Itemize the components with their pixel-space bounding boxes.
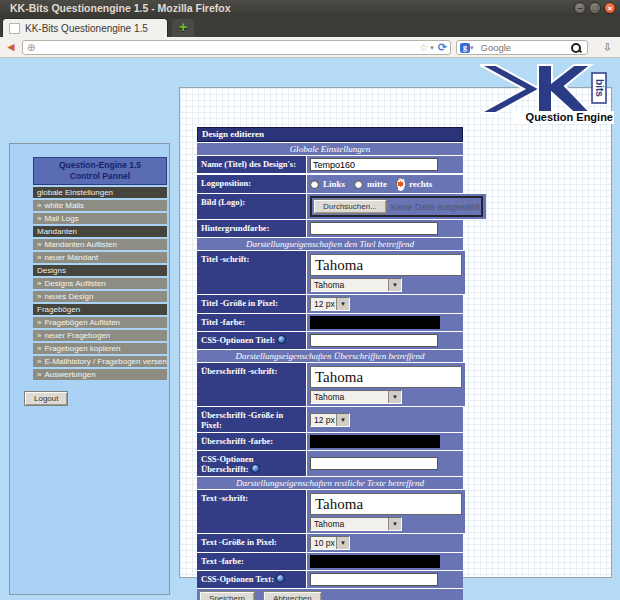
file-input[interactable]: Durchsuchen... Keine Datei ausgewählt	[310, 196, 483, 217]
title-color-swatch[interactable]	[310, 316, 440, 329]
radio-links-label: Links	[323, 179, 345, 189]
form-title: Design editieren	[197, 127, 463, 142]
text-font-label: Text -schrift:	[197, 490, 306, 533]
row-logo-image: Bild (Logo): Durchsuchen... Keine Datei …	[197, 194, 463, 219]
search-engine-dropdown-icon[interactable]: ▾	[470, 44, 474, 52]
row-text-css: CSS-Optionen Text:	[197, 571, 463, 588]
sidebar-section-globale-einstellungen[interactable]: globale Einstellungen	[33, 187, 167, 198]
title-font-select[interactable]: Tahoma ▼	[310, 278, 402, 292]
heading-color-swatch[interactable]	[310, 435, 440, 448]
sidebar-item-mandanten-auflisten[interactable]: »Mandanten Auflisten	[33, 239, 167, 250]
sidebar-section-mandanten[interactable]: Mandanten	[33, 226, 167, 237]
control-panel-sidebar: Question-Engine 1.5 Control Pannel globa…	[9, 143, 170, 595]
row-heading-color: Überschrifft -farbe:	[197, 433, 463, 450]
row-heading-font: Überschrifft -schrift: Tahoma Tahoma ▼	[197, 363, 463, 406]
heading-size-select[interactable]: 12 px ▼	[310, 413, 350, 427]
heading-font-select[interactable]: Tahoma ▼	[310, 390, 402, 404]
text-css-input[interactable]	[310, 573, 438, 586]
title-size-label: Titel -Größe in Pixel:	[197, 295, 306, 313]
minimize-button[interactable]: −	[574, 2, 586, 14]
radio-mitte-label: mitte	[367, 179, 387, 189]
text-font-preview: Tahoma	[310, 493, 462, 515]
design-name-input[interactable]	[310, 158, 438, 171]
design-name-label: Name (Titel) des Design's:	[197, 156, 306, 173]
select-arrow-icon[interactable]: ▼	[388, 391, 401, 403]
sidebar-item-emailhistory-versenden[interactable]: »E-Mailhistory / Fragebogen versenden	[33, 356, 167, 367]
help-globe-icon[interactable]	[276, 574, 285, 583]
site-globe-icon: ⊕	[27, 41, 35, 54]
search-icon[interactable]	[571, 43, 581, 53]
sidebar-header: Question-Engine 1.5 Control Pannel	[33, 157, 167, 185]
section-global-settings: Globale Einstellungen	[197, 143, 463, 155]
new-tab-button[interactable]: +	[172, 19, 194, 37]
title-css-input[interactable]	[310, 334, 438, 347]
download-arrow-icon[interactable]: ⇩	[603, 41, 612, 54]
tab-questionengine[interactable]: KK-Bits Questionengine 1.5	[2, 18, 168, 37]
heading-css-label: CSS-Optionen Überschrifft:	[197, 451, 306, 476]
logo-image-label: Bild (Logo):	[197, 194, 306, 219]
form-buttons: Speichern Abbrechen	[197, 589, 463, 600]
save-button[interactable]: Speichern	[199, 591, 255, 600]
maximize-button[interactable]: □	[589, 2, 601, 14]
bookmark-star-icon[interactable]: ☆	[419, 42, 428, 53]
heading-css-input[interactable]	[310, 457, 438, 470]
text-size-select[interactable]: 10 px ▼	[310, 536, 350, 550]
back-button-icon[interactable]: ◄	[5, 40, 17, 55]
logo-k1-shape	[480, 65, 540, 113]
text-color-label: Text -farbe:	[197, 553, 306, 570]
sidebar-section-designs[interactable]: Designs	[33, 265, 167, 276]
navigation-toolbar: ◄ ⊕ ☆ ▾ ⟳ g ▾ ⇩	[0, 37, 620, 58]
select-arrow-icon[interactable]: ▼	[336, 537, 349, 549]
firefox-window: KK-Bits Questionengine 1.5 - Mozilla Fir…	[0, 0, 620, 600]
tab-bar: KK-Bits Questionengine 1.5 +	[0, 17, 620, 37]
logo-k2-shape	[538, 65, 591, 113]
sidebar-item-neuer-mandant[interactable]: »neuer Mandant	[33, 252, 167, 263]
kkbits-logo: bits Question Engine	[478, 60, 614, 128]
sidebar-section-frageboegen[interactable]: Fragebögen	[33, 304, 167, 315]
text-font-select[interactable]: Tahoma ▼	[310, 517, 402, 531]
sidebar-item-auswertungen[interactable]: »Auswertungen	[33, 369, 167, 380]
radio-links[interactable]	[310, 180, 319, 189]
text-color-swatch[interactable]	[310, 555, 440, 568]
sidebar-item-designs-auflisten[interactable]: »Designs Auflisten	[33, 278, 167, 289]
url-bar[interactable]: ⊕ ☆ ▾ ⟳	[22, 40, 451, 55]
heading-font-label: Überschrifft -schrift:	[197, 363, 306, 406]
sidebar-item-fragebogen-kopieren[interactable]: »Fragebogen kopieren	[33, 343, 167, 354]
search-input[interactable]	[478, 42, 571, 54]
background-color-input[interactable]	[310, 222, 438, 235]
title-css-label: CSS-Optionen Titel:	[197, 332, 306, 349]
design-edit-form: Design editieren Globale Einstellungen N…	[197, 127, 463, 600]
heading-color-label: Überschrifft -farbe:	[197, 433, 306, 450]
select-arrow-icon[interactable]: ▼	[336, 414, 349, 426]
no-file-text: Keine Datei ausgewählt	[391, 202, 480, 212]
select-arrow-icon[interactable]: ▼	[388, 279, 401, 291]
search-bar[interactable]: g ▾	[456, 40, 588, 55]
row-text-size: Text -Größe in Pixel: 10 px ▼	[197, 534, 463, 552]
help-globe-icon[interactable]	[277, 335, 286, 344]
reload-icon[interactable]: ⟳	[438, 41, 447, 54]
row-text-color: Text -farbe:	[197, 553, 463, 570]
heading-size-label: Überschrifft -Größe in Pixel:	[197, 407, 306, 432]
text-css-label: CSS-Optionen Text:	[197, 571, 306, 588]
radio-rechts[interactable]	[396, 177, 405, 191]
select-arrow-icon[interactable]: ▼	[336, 298, 349, 310]
url-dropdown-icon[interactable]: ▾	[430, 44, 434, 52]
sidebar-item-white-mails[interactable]: »white Mails	[33, 200, 167, 211]
close-button[interactable]: ×	[604, 2, 616, 14]
sidebar-item-neues-design[interactable]: »neues Design	[33, 291, 167, 302]
google-favicon: g	[460, 43, 470, 53]
radio-mitte[interactable]	[354, 180, 363, 189]
window-title: KK-Bits Questionengine 1.5 - Mozilla Fir…	[10, 2, 231, 14]
title-size-select[interactable]: 12 px ▼	[310, 297, 350, 311]
browse-button[interactable]: Durchsuchen...	[313, 199, 387, 214]
window-titlebar[interactable]: KK-Bits Questionengine 1.5 - Mozilla Fir…	[0, 0, 620, 17]
cancel-button[interactable]: Abbrechen	[263, 591, 322, 600]
sidebar-item-neuer-fragebogen[interactable]: »neuer Fragebogen	[33, 330, 167, 341]
sidebar-item-mail-logs[interactable]: »Mail Logs	[33, 213, 167, 224]
help-globe-icon[interactable]	[251, 464, 260, 473]
sidebar-item-frageboegen-auflisten[interactable]: »Fragebögen Auflisten	[33, 317, 167, 328]
select-arrow-icon[interactable]: ▼	[388, 518, 401, 530]
url-input[interactable]	[35, 42, 419, 53]
logout-button[interactable]: Logout	[24, 391, 68, 406]
row-logo-position: Logoposition: Links mitte rechts	[197, 175, 463, 193]
